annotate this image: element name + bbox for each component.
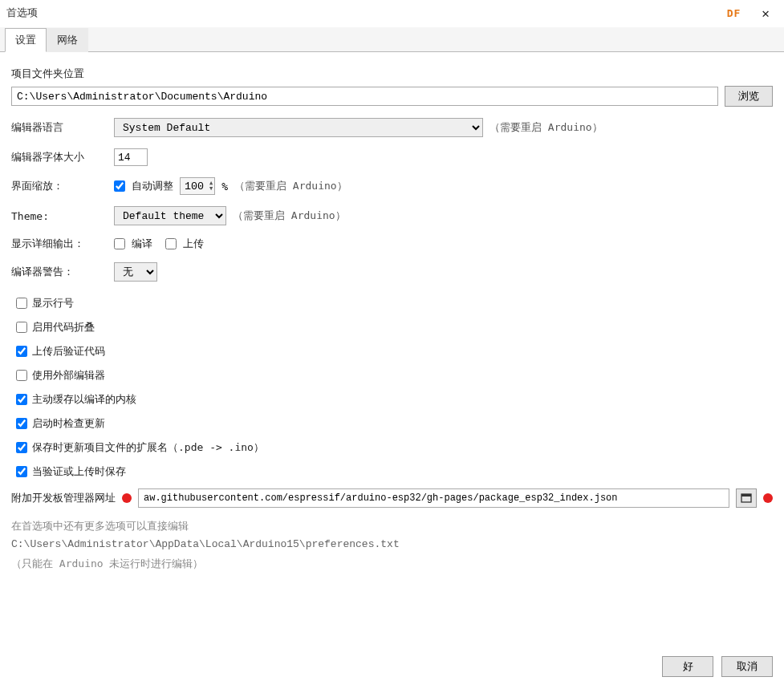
close-icon[interactable]: ✕ (757, 6, 774, 21)
tabs: 设置 网络 (0, 27, 784, 52)
folder-path-input[interactable] (11, 87, 718, 106)
window-icon (741, 493, 752, 503)
theme-label: Theme: (11, 210, 108, 222)
ok-button[interactable]: 好 (662, 656, 713, 677)
upload-checkbox[interactable] (165, 238, 177, 249)
save-on-verify-label[interactable]: 当验证或上传时保存 (32, 464, 126, 479)
tab-network[interactable]: 网络 (47, 28, 88, 52)
scale-spinner[interactable]: ▲▼ (180, 177, 215, 195)
check-updates-checkbox[interactable] (16, 418, 27, 429)
board-urls-input[interactable] (138, 488, 729, 508)
scale-value-input[interactable] (181, 180, 208, 193)
show-line-numbers-checkbox[interactable] (16, 298, 27, 309)
cache-kernels-label[interactable]: 主动缓存以编译的内核 (32, 392, 136, 407)
restart-note-1: （需要重启 Arduino） (489, 120, 603, 135)
theme-select[interactable]: Default theme (114, 206, 226, 225)
ui-scale-label: 界面缩放： (11, 179, 108, 193)
browse-button[interactable]: 浏览 (725, 86, 773, 107)
expand-urls-button[interactable] (736, 488, 757, 508)
auto-adjust-label: 自动调整 (132, 179, 173, 193)
editor-lang-label: 编辑器语言 (11, 120, 108, 135)
footer: 好 取消 (0, 650, 784, 685)
marker-dot-right (763, 493, 773, 503)
editor-lang-select[interactable]: System Default (114, 118, 483, 137)
compiler-warnings-select[interactable]: 无 (114, 262, 157, 282)
cache-kernels-checkbox[interactable] (16, 394, 27, 405)
window-title: 首选项 (6, 6, 727, 20)
brand-label: DF (727, 7, 741, 19)
folder-location-label: 项目文件夹位置 (11, 67, 773, 81)
compile-label: 编译 (132, 237, 152, 251)
upload-label: 上传 (183, 237, 204, 251)
auto-adjust-checkbox[interactable] (114, 180, 125, 192)
board-urls-label: 附加开发板管理器网址 (11, 491, 116, 505)
content-pane: 项目文件夹位置 浏览 编辑器语言 System Default （需要重启 Ar… (0, 52, 784, 650)
marker-dot-left (122, 493, 132, 503)
spinner-arrows-icon[interactable]: ▲▼ (208, 180, 214, 192)
font-size-label: 编辑器字体大小 (11, 150, 108, 164)
show-line-numbers-label[interactable]: 显示行号 (32, 296, 74, 310)
tab-settings[interactable]: 设置 (5, 28, 47, 52)
cancel-button[interactable]: 取消 (721, 656, 773, 677)
only-not-running-note: （只能在 Arduino 未运行时进行编辑） (11, 557, 773, 571)
external-editor-checkbox[interactable] (16, 370, 27, 381)
font-size-input[interactable] (114, 148, 148, 166)
verify-after-upload-checkbox[interactable] (16, 346, 27, 357)
enable-folding-label[interactable]: 启用代码折叠 (32, 320, 95, 334)
verify-after-upload-label[interactable]: 上传后验证代码 (32, 344, 105, 359)
svg-rect-1 (741, 494, 751, 497)
save-on-verify-checkbox[interactable] (16, 466, 27, 477)
enable-folding-checkbox[interactable] (16, 322, 27, 333)
check-updates-label[interactable]: 启动时检查更新 (32, 416, 105, 431)
compiler-warnings-label: 编译器警告： (11, 265, 108, 279)
update-extension-label[interactable]: 保存时更新项目文件的扩展名（.pde -> .ino） (32, 440, 264, 455)
titlebar: 首选项 DF ✕ (0, 0, 784, 22)
restart-note-2: （需要重启 Arduino） (234, 179, 347, 193)
compile-checkbox[interactable] (114, 238, 125, 249)
update-extension-checkbox[interactable] (16, 442, 27, 453)
more-prefs-note: 在首选项中还有更多选项可以直接编辑 (11, 519, 773, 533)
prefs-path: C:\Users\Administrator\AppData\Local\Ard… (11, 538, 773, 550)
restart-note-3: （需要重启 Arduino） (233, 209, 346, 223)
percent-label: % (221, 180, 228, 193)
external-editor-label[interactable]: 使用外部编辑器 (32, 368, 105, 383)
verbose-output-label: 显示详细输出： (11, 237, 108, 251)
